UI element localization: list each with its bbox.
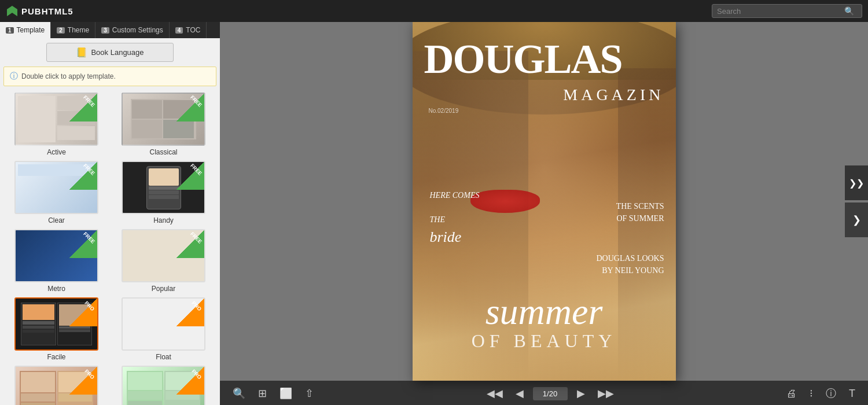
book-language-label: Book Language xyxy=(91,48,144,57)
book-preview: DOUGLAS MAGAZIN No.02/2019 THE SCENTS OF… xyxy=(220,22,868,381)
template-clear[interactable]: FREE Clear xyxy=(6,161,107,224)
template-clear-label: Clear xyxy=(48,216,65,224)
templates-grid: FREE Active xyxy=(6,93,214,405)
template-metro[interactable]: FREE Metro xyxy=(6,229,107,293)
last-page-button[interactable]: ▶▶ xyxy=(594,385,617,402)
tab-1-number: 1 xyxy=(6,27,14,34)
cover-issue: No.02/2019 xyxy=(429,108,459,114)
template-active-label: Active xyxy=(47,148,66,156)
first-page-icon: ◀◀ xyxy=(487,387,503,400)
badge-pro-row2r: PRO xyxy=(176,367,204,395)
book-language-button[interactable]: 📒 Book Language xyxy=(46,43,174,62)
template-popular-label: Popular xyxy=(152,285,175,293)
template-facile[interactable]: PRO Facile xyxy=(6,297,107,361)
tab-3-label: Custom Settings xyxy=(112,26,163,34)
preview-area: DOUGLAS MAGAZIN No.02/2019 THE SCENTS OF… xyxy=(220,22,868,405)
template-handy-label: Handy xyxy=(153,216,174,224)
badge-free-metro: FREE xyxy=(69,230,97,258)
badge-free-clear: FREE xyxy=(69,162,97,190)
print-icon: 🖨 xyxy=(786,388,797,400)
logo: PUBHTML5 xyxy=(6,5,73,17)
text-button[interactable]: T xyxy=(845,385,859,402)
zoom-in-icon: 🔍 xyxy=(233,387,245,400)
tab-1-label: Template xyxy=(17,26,45,34)
topbar: PUBHTML5 🔍 xyxy=(0,0,868,22)
main-layout: 1 Template 2 Theme 3 Custom Settings 4 T… xyxy=(0,22,868,405)
prev-page-icon: ◀ xyxy=(516,387,524,400)
zoom-in-button[interactable]: 🔍 xyxy=(229,385,249,402)
fullscreen-button[interactable]: ⁝ xyxy=(806,385,816,402)
cover-text2: THE SCENTS OF SUMMER xyxy=(616,200,664,224)
info-icon: ⓘ xyxy=(10,71,18,82)
first-page-button[interactable]: ◀◀ xyxy=(483,385,506,402)
share-icon: ⇧ xyxy=(305,387,314,400)
grid-view-button[interactable]: ⊞ xyxy=(255,385,270,402)
nav-end-button[interactable]: ❯❯ xyxy=(845,165,868,200)
template-clear-thumb: FREE xyxy=(14,161,98,214)
print-button[interactable]: 🖨 xyxy=(783,385,800,402)
template-classical-thumb: FREE xyxy=(122,93,205,146)
share-button[interactable]: ⇧ xyxy=(301,385,317,402)
search-icon[interactable]: 🔍 xyxy=(844,6,854,16)
template-popular[interactable]: FREE Popular xyxy=(113,229,214,293)
template-float[interactable]: PRO Float xyxy=(113,297,214,361)
template-row2-left[interactable]: PRO xyxy=(6,366,107,405)
tab-2-number: 2 xyxy=(57,27,65,34)
template-float-label: Float xyxy=(156,353,171,361)
template-active[interactable]: FREE Active xyxy=(6,93,107,156)
prev-page-button[interactable]: ◀ xyxy=(512,385,527,402)
last-page-icon: ▶▶ xyxy=(598,387,614,400)
next-page-button[interactable]: ▶ xyxy=(573,385,589,402)
badge-pro-facile: PRO xyxy=(69,299,97,326)
cover-title-main: DOUGLAS xyxy=(424,38,622,80)
template-row2-left-thumb: PRO xyxy=(14,366,98,405)
badge-free-handy: FREE xyxy=(176,162,204,190)
template-float-thumb: PRO xyxy=(122,297,205,351)
info-button[interactable]: ⓘ xyxy=(822,384,840,403)
tab-theme[interactable]: 2 Theme xyxy=(51,22,95,38)
toolbar-right-group: 🖨 ⁝ ⓘ T xyxy=(783,384,859,403)
fit-icon: ⬜ xyxy=(279,387,292,400)
info-button-icon: ⓘ xyxy=(826,386,836,400)
tab-toc[interactable]: 4 TOC xyxy=(170,22,207,38)
template-classical[interactable]: FREE Classical xyxy=(113,93,214,156)
cover-text3: DOUGLAS LOOKS BY NEIL YOUNG xyxy=(596,252,664,277)
tab-custom-settings[interactable]: 3 Custom Settings xyxy=(95,22,170,38)
badge-pro-float: PRO xyxy=(176,299,204,326)
bottom-toolbar: 🔍 ⊞ ⬜ ⇧ ◀◀ ◀ 1/20 xyxy=(220,381,868,405)
template-row2-right-thumb: PRO xyxy=(122,366,205,405)
tab-4-label: TOC xyxy=(186,26,200,34)
tab-4-number: 4 xyxy=(175,27,183,34)
badge-free: FREE xyxy=(69,94,97,122)
magazine-cover: DOUGLAS MAGAZIN No.02/2019 THE SCENTS OF… xyxy=(413,22,676,381)
nav-next-button[interactable]: ❯ xyxy=(845,203,868,237)
tab-3-number: 3 xyxy=(101,27,109,34)
template-handy-thumb: FREE xyxy=(122,161,205,214)
template-classical-label: Classical xyxy=(149,148,177,156)
badge-free-popular: FREE xyxy=(176,230,204,258)
toolbar-left-group: 🔍 ⊞ ⬜ ⇧ xyxy=(229,385,317,402)
fullscreen-icon: ⁝ xyxy=(810,387,813,400)
template-popular-thumb: FREE xyxy=(122,229,205,282)
grid-icon: ⊞ xyxy=(258,387,267,400)
badge-pro-row2l: PRO xyxy=(69,367,97,395)
templates-area: FREE Active xyxy=(0,90,220,405)
text-icon: T xyxy=(849,388,855,400)
search-box[interactable]: 🔍 xyxy=(712,4,862,18)
fit-button[interactable]: ⬜ xyxy=(276,385,296,402)
info-bar: ⓘ Double click to apply template. xyxy=(3,67,216,86)
toolbar-center-group: ◀◀ ◀ 1/20 ▶ ▶▶ xyxy=(483,385,617,402)
cover-text1: HERE COMES THE bride xyxy=(430,190,480,248)
info-text: Double click to apply template. xyxy=(21,72,116,80)
template-handy[interactable]: FREE Handy xyxy=(113,161,214,224)
template-row2-right[interactable]: PRO xyxy=(113,366,214,405)
logo-icon xyxy=(6,5,19,17)
logo-text: PUBHTML5 xyxy=(21,6,73,16)
cover-summer: summer OF BEAUTY xyxy=(424,293,664,352)
tab-template[interactable]: 1 Template xyxy=(0,22,51,38)
tab-bar: 1 Template 2 Theme 3 Custom Settings 4 T… xyxy=(0,22,220,38)
template-metro-thumb: FREE xyxy=(14,229,98,282)
template-facile-label: Facile xyxy=(47,353,65,361)
svg-marker-0 xyxy=(7,6,17,16)
search-input[interactable] xyxy=(717,7,844,16)
